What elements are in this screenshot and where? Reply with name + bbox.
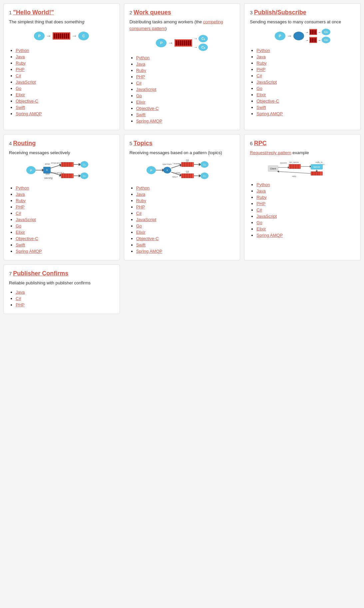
- lang-link[interactable]: Spring AMQP: [16, 249, 42, 254]
- lang-link[interactable]: Spring AMQP: [136, 119, 163, 124]
- list-item: Spring AMQP: [16, 248, 114, 254]
- lang-link[interactable]: Swift: [16, 242, 25, 247]
- card-title-link[interactable]: Routing: [13, 140, 36, 147]
- lang-link[interactable]: JavaScript: [256, 214, 277, 219]
- card-title-link[interactable]: Work queues: [134, 9, 171, 16]
- svg-rect-42: [181, 162, 194, 167]
- list-item: Objective-C: [16, 98, 114, 104]
- lang-link[interactable]: Java: [16, 192, 25, 197]
- lang-link[interactable]: Spring AMQP: [256, 111, 283, 116]
- lang-link[interactable]: Objective-C: [16, 236, 38, 241]
- card-title-link[interactable]: Publisher Confirms: [13, 270, 68, 277]
- lang-link[interactable]: Elixir: [16, 230, 25, 235]
- lang-link[interactable]: Swift: [256, 105, 266, 110]
- lang-list: Python Java Ruby PHP C# JavaScript Go El…: [9, 185, 114, 254]
- list-item: JavaScript: [256, 213, 355, 219]
- lang-link[interactable]: Python: [136, 55, 150, 60]
- lang-link[interactable]: Objective-C: [256, 99, 279, 104]
- competing-link[interactable]: competing consumers pattern: [130, 19, 223, 31]
- lang-link[interactable]: Spring AMQP: [256, 233, 283, 238]
- lang-link[interactable]: Objective-C: [136, 106, 159, 111]
- lang-link[interactable]: C#: [136, 81, 142, 86]
- lang-link[interactable]: Objective-C: [16, 99, 38, 104]
- bottom-grid: 7 Publisher Confirms Reliable publishing…: [3, 264, 361, 314]
- list-item: C#: [256, 207, 355, 212]
- lang-link[interactable]: Ruby: [256, 61, 266, 66]
- lang-link[interactable]: Elixir: [256, 226, 266, 231]
- arrow-icon: →: [46, 33, 51, 39]
- lang-link[interactable]: Java: [136, 192, 145, 197]
- lang-link[interactable]: Ruby: [256, 195, 266, 200]
- lang-link[interactable]: Python: [256, 182, 270, 187]
- lang-link[interactable]: C#: [16, 211, 21, 216]
- lang-link[interactable]: PHP: [16, 67, 25, 72]
- lang-link[interactable]: Python: [256, 48, 270, 53]
- lang-link[interactable]: PHP: [256, 201, 265, 206]
- lang-link[interactable]: Java: [136, 62, 145, 67]
- card-title-link[interactable]: Publish/Subscribe: [254, 9, 306, 16]
- list-item: PHP: [16, 67, 114, 72]
- lang-link[interactable]: Go: [16, 223, 21, 228]
- card-title-link[interactable]: Topics: [134, 140, 153, 147]
- lang-link[interactable]: Python: [16, 185, 29, 190]
- lang-link[interactable]: C#: [16, 296, 21, 301]
- lang-link[interactable]: Python: [136, 185, 150, 190]
- lang-link[interactable]: PHP: [136, 204, 145, 209]
- lang-link[interactable]: JavaScript: [136, 217, 157, 222]
- card-title-link[interactable]: RPC: [254, 140, 267, 147]
- list-item: Elixir: [136, 99, 235, 105]
- rpc-pattern-link[interactable]: Request/reply pattern: [250, 150, 291, 155]
- list-item: Java: [136, 61, 235, 67]
- lang-link[interactable]: Go: [16, 86, 21, 91]
- card-publish-subscribe: 3 Publish/Subscribe Sending messages to …: [244, 3, 361, 130]
- lang-link[interactable]: Java: [16, 54, 25, 59]
- lang-link[interactable]: PHP: [256, 67, 265, 72]
- lang-link[interactable]: Swift: [136, 112, 146, 117]
- lang-link[interactable]: Elixir: [16, 92, 25, 97]
- card-rpc: 6 RPC Request/reply pattern example Clie…: [244, 134, 361, 260]
- lang-link[interactable]: Go: [136, 93, 142, 98]
- lang-link[interactable]: Elixir: [256, 92, 266, 97]
- lang-link[interactable]: Objective-C: [136, 236, 159, 241]
- lang-link[interactable]: JavaScript: [16, 217, 36, 222]
- arrow-icon: →: [287, 33, 292, 39]
- lang-link[interactable]: PHP: [16, 302, 25, 307]
- list-item: Python: [136, 185, 235, 190]
- list-item: Objective-C: [16, 236, 114, 241]
- list-item: Java: [16, 54, 114, 59]
- lang-link[interactable]: JavaScript: [256, 80, 277, 85]
- card-header: 1 "Hello World!": [9, 9, 114, 16]
- lang-link[interactable]: Ruby: [136, 198, 146, 203]
- lang-link[interactable]: JavaScript: [136, 87, 157, 92]
- lang-link[interactable]: JavaScript: [16, 80, 36, 85]
- lang-link[interactable]: Swift: [16, 105, 25, 110]
- svg-text:type=topic: type=topic: [163, 163, 172, 165]
- lang-link[interactable]: Go: [256, 220, 262, 225]
- lang-link[interactable]: Swift: [136, 242, 146, 247]
- lang-link[interactable]: Spring AMQP: [136, 249, 163, 254]
- card-title-link[interactable]: "Hello World!": [13, 9, 54, 16]
- lang-link[interactable]: PHP: [16, 204, 25, 209]
- lang-link[interactable]: PHP: [136, 74, 145, 79]
- lang-link[interactable]: Elixir: [136, 100, 146, 105]
- lang-link[interactable]: Java: [256, 54, 265, 59]
- lang-link[interactable]: Spring AMQP: [16, 111, 42, 116]
- svg-text:C₂: C₂: [203, 174, 206, 177]
- lang-link[interactable]: Java: [256, 188, 265, 193]
- empty-cell-1: [124, 264, 240, 314]
- lang-link[interactable]: Go: [136, 223, 142, 228]
- lang-link[interactable]: Java: [16, 290, 25, 295]
- list-item: PHP: [16, 204, 114, 209]
- lang-link[interactable]: Python: [16, 48, 29, 53]
- lang-link[interactable]: C#: [256, 207, 262, 212]
- lang-link[interactable]: C#: [16, 73, 21, 78]
- lang-link[interactable]: Ruby: [136, 68, 146, 73]
- lang-link[interactable]: C#: [136, 211, 142, 216]
- producer-node: P: [34, 32, 45, 40]
- lang-link[interactable]: Ruby: [16, 198, 26, 203]
- lang-link[interactable]: Go: [256, 86, 262, 91]
- list-item: Ruby: [136, 68, 235, 73]
- lang-link[interactable]: C#: [256, 73, 262, 78]
- lang-link[interactable]: Elixir: [136, 230, 146, 235]
- lang-link[interactable]: Ruby: [16, 61, 26, 66]
